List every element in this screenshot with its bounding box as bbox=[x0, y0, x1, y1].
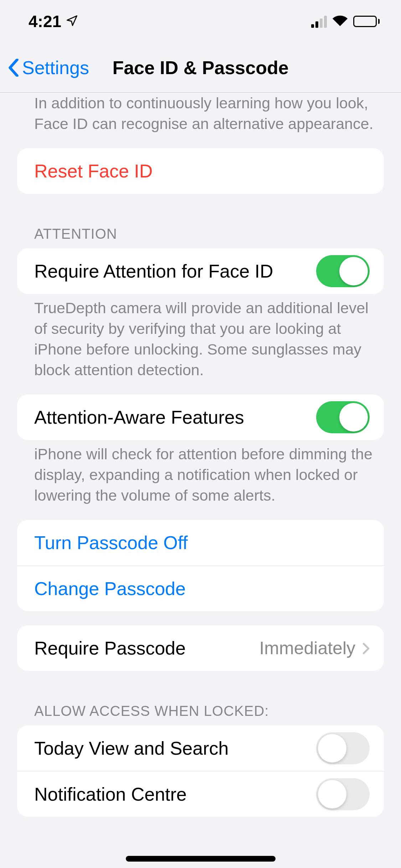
require-passcode-group: Require Passcode Immediately bbox=[17, 625, 384, 671]
page-title: Face ID & Passcode bbox=[112, 57, 288, 78]
cellular-signal-icon bbox=[311, 15, 327, 28]
require-attention-group: Require Attention for Face ID bbox=[17, 248, 384, 294]
require-attention-toggle[interactable] bbox=[316, 255, 370, 287]
wifi-icon bbox=[332, 12, 348, 31]
today-view-label: Today View and Search bbox=[34, 738, 316, 759]
status-right bbox=[311, 12, 383, 31]
change-passcode-label: Change Passcode bbox=[34, 578, 370, 599]
back-label: Settings bbox=[22, 57, 89, 78]
turn-passcode-off-button[interactable]: Turn Passcode Off bbox=[17, 520, 384, 565]
status-time: 4:21 bbox=[29, 12, 61, 31]
require-attention-label: Require Attention for Face ID bbox=[34, 260, 316, 282]
notification-centre-row: Notification Centre bbox=[17, 771, 384, 817]
attention-header: ATTENTION bbox=[0, 194, 401, 248]
content-scroll[interactable]: In addition to continuously learning how… bbox=[0, 93, 401, 868]
nav-header: Settings Face ID & Passcode bbox=[0, 43, 401, 93]
chevron-right-icon bbox=[363, 637, 370, 659]
attention-aware-toggle[interactable] bbox=[316, 401, 370, 433]
attention-aware-group: Attention-Aware Features bbox=[17, 394, 384, 440]
reset-face-id-button[interactable]: Reset Face ID bbox=[17, 148, 384, 194]
location-arrow-icon bbox=[66, 12, 78, 31]
reset-group: Reset Face ID bbox=[17, 148, 384, 194]
notification-centre-toggle[interactable] bbox=[316, 778, 370, 810]
status-bar: 4:21 bbox=[0, 0, 401, 43]
allow-access-group: Today View and Search Notification Centr… bbox=[17, 725, 384, 817]
require-passcode-label: Require Passcode bbox=[34, 637, 259, 659]
require-passcode-value: Immediately bbox=[259, 638, 355, 658]
battery-icon bbox=[353, 16, 380, 27]
change-passcode-button[interactable]: Change Passcode bbox=[17, 565, 384, 611]
attention-aware-footer: iPhone will check for attention before d… bbox=[0, 440, 401, 506]
attention-aware-row: Attention-Aware Features bbox=[17, 394, 384, 440]
attention-aware-label: Attention-Aware Features bbox=[34, 407, 316, 428]
today-view-toggle[interactable] bbox=[316, 732, 370, 764]
back-button[interactable]: Settings bbox=[0, 57, 89, 78]
status-left: 4:21 bbox=[29, 12, 78, 31]
home-indicator[interactable] bbox=[126, 856, 276, 862]
today-view-row: Today View and Search bbox=[17, 725, 384, 771]
alt-appearance-footer: In addition to continuously learning how… bbox=[0, 93, 401, 134]
allow-access-header: ALLOW ACCESS WHEN LOCKED: bbox=[0, 671, 401, 725]
reset-face-id-label: Reset Face ID bbox=[34, 160, 370, 182]
require-attention-footer: TrueDepth camera will provide an additio… bbox=[0, 294, 401, 380]
turn-passcode-off-label: Turn Passcode Off bbox=[34, 532, 370, 553]
notification-centre-label: Notification Centre bbox=[34, 784, 316, 805]
require-attention-row: Require Attention for Face ID bbox=[17, 248, 384, 294]
require-passcode-row[interactable]: Require Passcode Immediately bbox=[17, 625, 384, 671]
passcode-actions-group: Turn Passcode Off Change Passcode bbox=[17, 520, 384, 611]
